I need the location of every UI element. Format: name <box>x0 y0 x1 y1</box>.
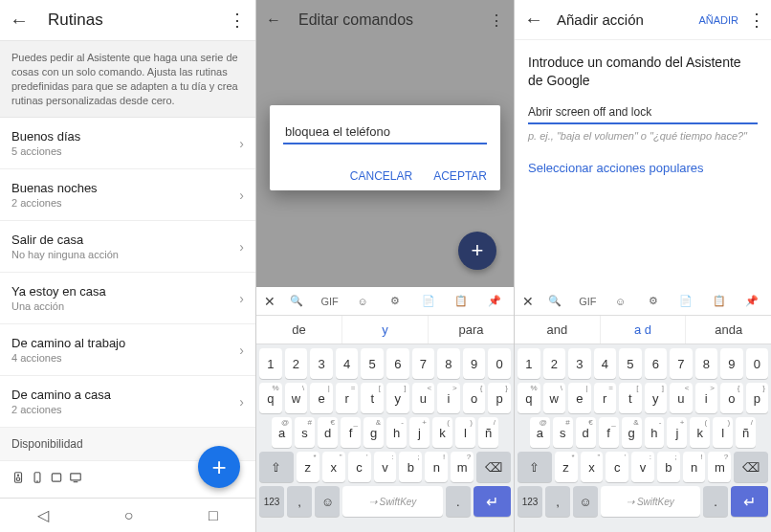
key-w[interactable]: \w <box>285 383 308 413</box>
toolbar-icon-2[interactable]: ☺ <box>347 296 378 307</box>
add-button[interactable]: AÑADIR <box>698 14 738 26</box>
space-key[interactable]: ⇢ SwiftKey <box>601 486 700 517</box>
add-routine-fab[interactable]: + <box>198 446 240 488</box>
key-1[interactable]: 1 <box>518 348 540 379</box>
key-3[interactable]: 3 <box>310 348 333 379</box>
key-o[interactable]: {o <box>463 383 486 413</box>
key-w[interactable]: \w <box>543 383 566 413</box>
suggestion[interactable]: anda <box>686 316 771 344</box>
popular-actions-link[interactable]: Seleccionar acciones populares <box>528 161 758 175</box>
key-7[interactable]: 7 <box>670 348 693 379</box>
key-d[interactable]: €d <box>576 417 596 448</box>
key-ñ[interactable]: /ñ <box>736 417 756 448</box>
back-icon[interactable]: ← <box>524 9 543 31</box>
suggestion[interactable]: y <box>342 316 429 344</box>
key-u[interactable]: <u <box>412 383 435 413</box>
key-r[interactable]: =r <box>336 383 359 413</box>
key-g[interactable]: &g <box>363 417 384 448</box>
close-icon[interactable]: ✕ <box>518 294 538 309</box>
key-l[interactable]: )l <box>455 417 475 448</box>
key-a[interactable]: @a <box>530 417 550 448</box>
toolbar-icon-5[interactable]: 📋 <box>703 295 734 307</box>
key-i[interactable]: >i <box>695 383 718 413</box>
key-f[interactable]: _f <box>341 417 361 448</box>
key-t[interactable]: [t <box>361 383 384 413</box>
key-0[interactable]: 0 <box>746 348 769 379</box>
suggestion[interactable]: para <box>429 316 514 344</box>
key-v[interactable]: :v <box>374 452 397 482</box>
toolbar-icon-4[interactable]: 📄 <box>671 295 701 307</box>
key-5[interactable]: 5 <box>361 348 384 379</box>
key-s[interactable]: #s <box>553 417 573 448</box>
symbols-key[interactable]: 123 <box>259 486 284 517</box>
key-6[interactable]: 6 <box>386 348 409 379</box>
routine-item[interactable]: Ya estoy en casaUna acción› <box>0 273 255 324</box>
key-8[interactable]: 8 <box>695 348 718 379</box>
key-9[interactable]: 9 <box>463 348 486 379</box>
toolbar-icon-0[interactable]: 🔍 <box>540 295 570 307</box>
key-2[interactable]: 2 <box>543 348 566 379</box>
key-y[interactable]: ]y <box>386 383 409 413</box>
suggestion[interactable]: de <box>256 316 342 344</box>
key-8[interactable]: 8 <box>437 348 460 379</box>
key-g[interactable]: &g <box>622 417 642 448</box>
command-input[interactable] <box>283 121 487 144</box>
key-d[interactable]: €d <box>318 417 338 448</box>
routine-item[interactable]: De camino a casa2 acciones› <box>0 376 255 428</box>
key-a[interactable]: @a <box>272 417 292 448</box>
close-icon[interactable]: ✕ <box>260 294 279 309</box>
key-3[interactable]: 3 <box>568 348 591 379</box>
key-z[interactable]: *z <box>297 452 319 482</box>
key-7[interactable]: 7 <box>412 348 435 379</box>
routine-item[interactable]: Buenos días5 acciones› <box>0 118 255 169</box>
key-1[interactable]: 1 <box>259 348 282 379</box>
more-icon[interactable]: ⋮ <box>229 10 246 31</box>
period-key[interactable]: . <box>446 486 471 517</box>
key-b[interactable]: ;b <box>399 452 422 482</box>
key-k[interactable]: (k <box>690 417 710 448</box>
key-q[interactable]: %q <box>518 383 540 413</box>
emoji-key[interactable]: ☺ <box>573 486 598 517</box>
key-x[interactable]: "x <box>322 452 345 482</box>
symbols-key[interactable]: 123 <box>518 486 542 517</box>
key-h[interactable]: -h <box>386 417 407 448</box>
key-6[interactable]: 6 <box>645 348 668 379</box>
backspace-key[interactable]: ⌫ <box>734 452 768 482</box>
routine-item[interactable]: De camino al trabajo4 acciones› <box>0 324 255 376</box>
more-icon[interactable]: ⋮ <box>489 11 504 30</box>
cancel-button[interactable]: CANCELAR <box>350 169 412 183</box>
toolbar-icon-2[interactable]: ☺ <box>606 296 636 307</box>
key-0[interactable]: 0 <box>488 348 511 379</box>
key-s[interactable]: #s <box>295 417 315 448</box>
key-r[interactable]: =r <box>594 383 617 413</box>
key-5[interactable]: 5 <box>619 348 642 379</box>
key-m[interactable]: ?m <box>708 452 731 482</box>
key-l[interactable]: )l <box>713 417 733 448</box>
key-b[interactable]: ;b <box>657 452 680 482</box>
add-command-fab[interactable]: + <box>458 232 496 270</box>
key-p[interactable]: }p <box>746 383 769 413</box>
key-n[interactable]: !n <box>683 452 706 482</box>
enter-key[interactable]: ↵ <box>731 486 768 517</box>
key-h[interactable]: -h <box>645 417 665 448</box>
toolbar-icon-1[interactable]: GIF <box>314 296 344 307</box>
key-q[interactable]: %q <box>259 383 282 413</box>
action-input[interactable] <box>528 101 758 124</box>
comma-key[interactable]: , <box>287 486 312 517</box>
key-e[interactable]: |e <box>568 383 591 413</box>
key-2[interactable]: 2 <box>285 348 308 379</box>
key-o[interactable]: {o <box>720 383 743 413</box>
key-f[interactable]: _f <box>599 417 619 448</box>
backspace-key[interactable]: ⌫ <box>476 452 511 482</box>
shift-key[interactable]: ⇧ <box>518 452 552 482</box>
key-t[interactable]: [t <box>619 383 642 413</box>
shift-key[interactable]: ⇧ <box>259 452 294 482</box>
key-k[interactable]: (k <box>432 417 452 448</box>
more-icon[interactable]: ⋮ <box>748 10 765 31</box>
toolbar-icon-3[interactable]: ⚙ <box>380 295 410 307</box>
accept-button[interactable]: ACEPTAR <box>433 169 487 183</box>
key-i[interactable]: >i <box>437 383 460 413</box>
key-y[interactable]: ]y <box>645 383 668 413</box>
toolbar-icon-4[interactable]: 📄 <box>413 295 444 307</box>
key-ñ[interactable]: /ñ <box>478 417 498 448</box>
